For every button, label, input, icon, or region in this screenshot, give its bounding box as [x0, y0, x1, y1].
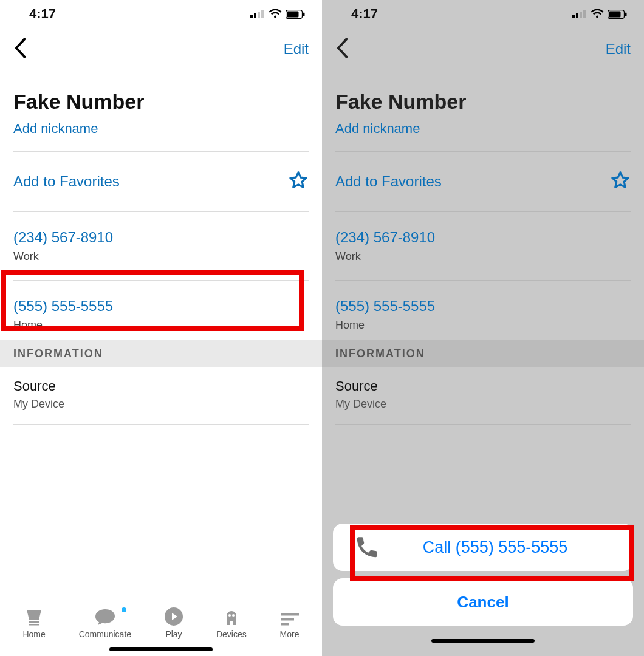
cell-signal-icon: [250, 10, 265, 18]
edit-button[interactable]: Edit: [284, 41, 309, 58]
home-indicator: [109, 647, 213, 651]
home-indicator: [431, 639, 535, 643]
divider: [335, 424, 631, 425]
phone-label: Home: [13, 319, 309, 332]
source-label: Source: [13, 378, 309, 394]
contact-name: Fake Number: [13, 90, 309, 114]
divider: [13, 280, 309, 281]
edit-button[interactable]: Edit: [606, 41, 631, 58]
phone-row-home[interactable]: (555) 555-5555 Home: [0, 289, 322, 340]
screenshot-right: 4:17 Edit Fake Number Add nickname Add t…: [322, 0, 644, 656]
svg-rect-0: [250, 15, 253, 18]
back-button[interactable]: [13, 38, 27, 61]
screenshot-left: 4:17 Edit Fake Number Add nickname Add t…: [0, 0, 322, 656]
phone-number: (234) 567-8910: [13, 229, 309, 247]
svg-rect-13: [281, 618, 294, 621]
wifi-icon: [269, 9, 282, 19]
source-row: Source My Device: [0, 367, 322, 415]
svg-rect-7: [29, 621, 39, 623]
tab-home[interactable]: Home: [22, 610, 45, 639]
svg-rect-18: [583, 10, 586, 18]
tab-more[interactable]: More: [280, 612, 300, 639]
divider: [335, 151, 631, 152]
speech-bubble-icon: [95, 609, 115, 626]
tab-label: Play: [165, 629, 182, 639]
nav-bar: Edit: [322, 24, 644, 72]
tab-bar: Home Communicate Play Devices More: [0, 600, 322, 641]
play-icon: [165, 607, 183, 626]
svg-rect-6: [303, 12, 305, 16]
source-row: Source My Device: [322, 367, 644, 415]
action-sheet: Call (555) 555-5555 Cancel: [333, 524, 633, 647]
svg-rect-8: [29, 624, 39, 626]
tab-label: Communicate: [79, 629, 131, 639]
section-header-information: INFORMATION: [0, 340, 322, 367]
star-icon: [288, 170, 309, 193]
back-button[interactable]: [335, 38, 349, 61]
divider: [13, 424, 309, 425]
devices-icon: [222, 609, 241, 626]
svg-rect-5: [287, 11, 299, 17]
phone-label: Home: [335, 319, 631, 332]
tab-communicate[interactable]: Communicate: [79, 609, 131, 639]
svg-rect-15: [572, 15, 575, 18]
svg-rect-3: [261, 10, 264, 18]
divider: [335, 211, 631, 212]
status-time: 4:17: [351, 6, 378, 22]
nav-bar: Edit: [0, 24, 322, 72]
divider: [335, 280, 631, 281]
home-icon: [24, 610, 44, 626]
svg-rect-14: [281, 623, 289, 626]
tab-label: More: [280, 629, 300, 639]
status-bar: 4:17: [322, 0, 644, 24]
phone-label: Work: [335, 250, 631, 263]
status-icons: [250, 9, 305, 19]
svg-rect-2: [258, 12, 260, 18]
call-action-label: Call (555) 555-5555: [379, 538, 633, 557]
section-header-information: INFORMATION: [322, 340, 644, 367]
tab-label: Devices: [216, 629, 247, 639]
call-action-button[interactable]: Call (555) 555-5555: [333, 524, 633, 571]
svg-rect-21: [625, 12, 627, 16]
notification-dot-icon: [120, 606, 128, 613]
more-icon: [281, 612, 299, 626]
content: Fake Number Add nickname Add to Favorite…: [0, 72, 322, 656]
source-label: Source: [335, 378, 631, 394]
phone-number: (234) 567-8910: [335, 229, 631, 247]
phone-number: (555) 555-5555: [13, 298, 309, 315]
chevron-left-icon: [13, 38, 27, 58]
svg-rect-1: [254, 13, 256, 18]
cell-signal-icon: [572, 10, 587, 18]
add-to-favorites-row[interactable]: Add to Favorites: [322, 160, 644, 203]
svg-rect-16: [576, 13, 578, 18]
svg-rect-17: [580, 12, 582, 18]
phone-icon: [355, 535, 379, 559]
svg-rect-12: [281, 613, 299, 616]
battery-icon: [286, 10, 305, 19]
phone-row-work[interactable]: (234) 567-8910 Work: [0, 220, 322, 272]
phone-label: Work: [13, 250, 309, 263]
status-time: 4:17: [29, 6, 56, 22]
phone-row-home[interactable]: (555) 555-5555 Home: [322, 289, 644, 340]
svg-point-10: [228, 614, 231, 617]
tab-play[interactable]: Play: [165, 607, 183, 639]
source-value: My Device: [335, 398, 631, 411]
battery-icon: [608, 10, 627, 19]
add-nickname-link[interactable]: Add nickname: [335, 121, 420, 137]
cancel-button[interactable]: Cancel: [333, 578, 633, 626]
star-icon: [610, 170, 631, 193]
add-nickname-link[interactable]: Add nickname: [13, 121, 98, 137]
add-to-favorites-label: Add to Favorites: [335, 173, 442, 190]
chevron-left-icon: [335, 38, 349, 58]
phone-number: (555) 555-5555: [335, 298, 631, 315]
source-value: My Device: [13, 398, 309, 411]
divider: [13, 151, 309, 152]
divider: [13, 211, 309, 212]
tab-devices[interactable]: Devices: [216, 609, 247, 639]
add-to-favorites-row[interactable]: Add to Favorites: [0, 160, 322, 203]
phone-row-work[interactable]: (234) 567-8910 Work: [322, 220, 644, 272]
status-bar: 4:17: [0, 0, 322, 24]
svg-point-11: [232, 614, 235, 617]
svg-rect-20: [609, 11, 621, 17]
add-to-favorites-label: Add to Favorites: [13, 173, 120, 190]
